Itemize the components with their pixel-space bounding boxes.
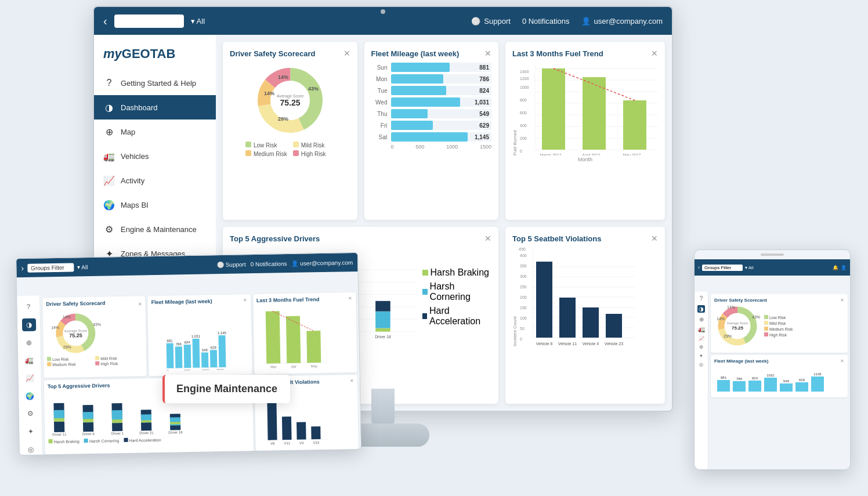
phone-all[interactable]: ▾ All <box>745 265 754 270</box>
mini-fm-close[interactable]: ✕ <box>243 298 247 306</box>
fuel-trend-chart: Fuel Burned 0 200 400 600 800 1000 1200 … <box>512 63 658 155</box>
hard-accel-legend-sq <box>422 313 427 319</box>
svg-text:400: 400 <box>520 254 527 258</box>
driver-safety-card: Driver Safety Scorecard ✕ <box>223 42 357 220</box>
phone-help-icon[interactable]: ? <box>700 295 703 302</box>
user-icon: 👤 <box>581 17 591 26</box>
svg-rect-99 <box>193 339 200 368</box>
driver-safety-close[interactable]: ✕ <box>343 49 350 58</box>
phone-topbar-right: 🔔 👤 <box>833 265 847 270</box>
engine-icon: ⚙ <box>103 223 115 235</box>
mini-fm-title: Fleet Mileage (last week) <box>151 298 212 305</box>
svg-text:Vehicle 4: Vehicle 4 <box>583 342 599 346</box>
sidebar-item-map[interactable]: ⊕ Map <box>94 120 216 144</box>
svg-rect-113 <box>286 316 301 363</box>
seatbelt-card: Top 5 Seatbelt Violations ✕ Incident Cou… <box>505 227 665 404</box>
mini-med-dot <box>47 362 51 366</box>
mini-mapsbi-icon[interactable]: 🌍 <box>23 389 37 403</box>
phone-rules-icon[interactable]: ◎ <box>699 362 703 367</box>
sidebar-item-dashboard[interactable]: ◑ Dashboard <box>94 95 216 120</box>
phone-vehicles-icon[interactable]: 🚛 <box>698 326 705 332</box>
sidebar-item-help[interactable]: ? Getting Started & Help <box>94 71 216 95</box>
svg-text:150: 150 <box>520 306 527 310</box>
mini-vehicles-icon[interactable]: 🚛 <box>22 354 36 367</box>
groups-filter-input[interactable]: Groups Filter <box>114 15 184 28</box>
svg-text:824: 824 <box>185 341 191 344</box>
overlay-left: › ▾ All ⚪ Support 0 Notifications 👤 user… <box>16 252 361 455</box>
mini-activity-icon[interactable]: 📈 <box>23 371 37 385</box>
phone-zones-icon[interactable]: ✦ <box>699 353 703 359</box>
phone-filter[interactable] <box>702 265 743 271</box>
all-filter[interactable]: ▾ All <box>191 17 205 26</box>
svg-text:824: 824 <box>752 376 758 380</box>
phone-dash-icon[interactable]: ◑ <box>697 305 705 313</box>
mini-map-icon[interactable]: ⊕ <box>22 336 36 349</box>
svg-text:350: 350 <box>520 264 527 268</box>
activity-icon: 📈 <box>103 175 115 186</box>
mini-sb-close[interactable]: ✕ <box>350 378 354 386</box>
mini-user-left: 👤 user@company.com <box>291 259 353 267</box>
sidebar-item-mapsbi[interactable]: 🌍 Maps BI <box>94 193 216 217</box>
fuel-x-label: Month <box>512 157 658 162</box>
svg-text:April 2017: April 2017 <box>582 153 601 155</box>
mini-high-dot <box>95 361 99 365</box>
fleet-mileage-chart: Sun881 Mon786 Tue824 Wed1,031 Thu549 Fri… <box>371 63 492 150</box>
high-risk-label: High Risk <box>301 151 326 157</box>
harsh-cornering-legend-label: Harsh Cornering <box>430 281 491 302</box>
support-link[interactable]: ⚪ Support <box>471 17 511 26</box>
seatbelt-close[interactable]: ✕ <box>651 234 658 243</box>
fleet-mileage-close[interactable]: ✕ <box>484 49 491 58</box>
mini-ds-close[interactable]: ✕ <box>138 301 142 306</box>
phone-sidebar: ? ◑ ⊕ 🚛 📈 ⚙ ✦ ◎ <box>695 292 708 470</box>
svg-text:300: 300 <box>520 274 527 278</box>
phone-fm-close[interactable]: ✕ <box>840 359 844 364</box>
svg-text:450: 450 <box>519 248 526 251</box>
svg-text:100: 100 <box>520 316 527 320</box>
mini-support-left: ⚪ Support <box>217 261 246 268</box>
harsh-braking-legend-sq <box>422 270 428 276</box>
mini-rules-icon[interactable]: ◎ <box>24 443 38 455</box>
user-menu[interactable]: 👤 user@company.com <box>581 17 663 26</box>
mini-engine-icon[interactable]: ⚙ <box>23 407 37 421</box>
svg-text:600: 600 <box>520 111 527 115</box>
svg-text:1200: 1200 <box>520 77 529 81</box>
svg-text:1031: 1031 <box>766 374 775 377</box>
mini-cornering-dot <box>84 439 88 443</box>
svg-text:200: 200 <box>520 295 527 299</box>
sidebar-item-activity[interactable]: 📈 Activity <box>94 168 216 193</box>
mapsbi-icon: 🌍 <box>103 199 115 211</box>
vehicles-icon: 🚛 <box>103 150 115 162</box>
bar-may <box>623 100 646 150</box>
svg-text:14%: 14% <box>63 315 71 319</box>
mini-zones-icon[interactable]: ✦ <box>24 425 38 438</box>
phone-map-icon[interactable]: ⊕ <box>699 316 704 323</box>
svg-text:629: 629 <box>799 378 805 382</box>
sidebar-item-vehicles[interactable]: 🚛 Vehicles <box>94 144 216 168</box>
svg-text:786: 786 <box>176 342 182 346</box>
svg-rect-140 <box>267 399 277 440</box>
svg-text:Driver 18: Driver 18 <box>375 335 391 339</box>
mini-all-left[interactable]: ▾ All <box>77 264 88 270</box>
mini-ft-close[interactable]: ✕ <box>348 296 352 304</box>
svg-text:629: 629 <box>211 346 217 349</box>
donut-legend: Low Risk Mild Risk Medium Risk High Risk <box>245 142 335 157</box>
phone-ds-close[interactable]: ✕ <box>840 298 844 303</box>
sidebar-item-engine[interactable]: ⚙ Engine & Maintenance <box>94 217 216 241</box>
mini-help-icon[interactable]: ? <box>21 301 35 314</box>
phone-engine2-icon[interactable]: ⚙ <box>699 345 703 350</box>
mini-ds-header: Driver Safety Scorecard ✕ <box>46 299 142 309</box>
mini-dashboard-icon[interactable]: ◑ <box>21 318 35 331</box>
fuel-trend-close[interactable]: ✕ <box>651 49 658 58</box>
svg-text:1000: 1000 <box>520 85 529 89</box>
svg-text:0: 0 <box>520 149 522 153</box>
mini-back-icon[interactable]: › <box>21 263 24 273</box>
phone-donut: Average Score 75.25 43% 29% 14% 14% <box>714 303 761 349</box>
mini-filter-left[interactable] <box>27 263 74 272</box>
phone-activity-icon[interactable]: 📈 <box>699 336 704 341</box>
back-icon[interactable]: ‹ <box>103 15 107 28</box>
aggressive-close[interactable]: ✕ <box>484 234 491 243</box>
phone-back-icon[interactable]: › <box>698 265 700 270</box>
bar-april <box>583 77 606 150</box>
svg-text:500: 500 <box>185 369 191 371</box>
notifications-link[interactable]: 0 Notifications <box>522 17 570 26</box>
